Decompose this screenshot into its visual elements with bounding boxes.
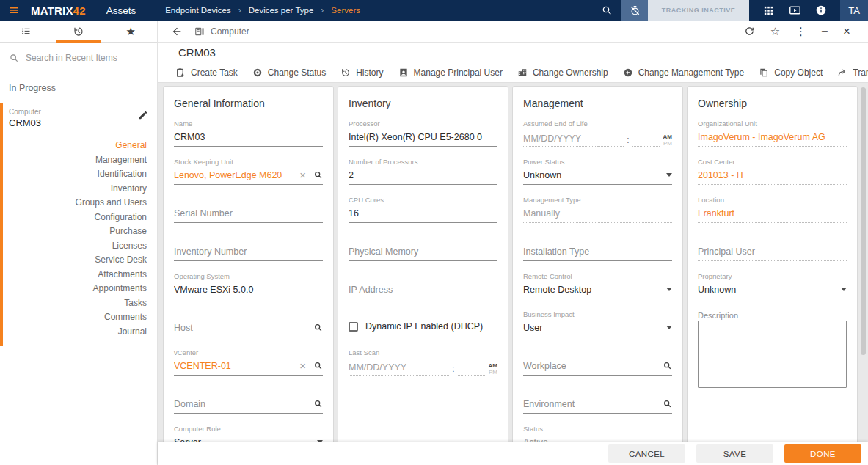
- field-vcenter[interactable]: vCenter VCENTER-01 ×: [164, 345, 333, 384]
- field-value-link[interactable]: VCENTER-01: [174, 361, 299, 371]
- chevron-down-icon[interactable]: [841, 288, 847, 291]
- cancel-button[interactable]: CANCEL: [608, 444, 685, 463]
- field-value[interactable]: Intel(R) Xeon(R) CPU E5-2680 0: [349, 132, 497, 142]
- search-icon[interactable]: [313, 170, 323, 180]
- edit-pencil-icon[interactable]: [138, 108, 148, 123]
- field-placeholder[interactable]: Inventory Number: [174, 246, 323, 257]
- chevron-down-icon[interactable]: [666, 173, 672, 177]
- field-power-status[interactable]: Power Status Unknown: [513, 155, 682, 193]
- field-value[interactable]: User: [523, 323, 662, 333]
- nav-groups-and-users[interactable]: Groups and Users: [76, 196, 147, 210]
- search-icon[interactable]: [663, 399, 672, 409]
- recent-item-crm03[interactable]: Computer CRM03: [3, 103, 157, 133]
- nav-comments[interactable]: Comments: [104, 310, 147, 325]
- field-description[interactable]: Description: [688, 307, 857, 345]
- save-button[interactable]: SAVE: [696, 444, 773, 463]
- field-inventory-number[interactable]: Inventory Number: [164, 231, 333, 269]
- field-ip-address[interactable]: IP Address: [338, 269, 508, 307]
- matrix42-logo[interactable]: MATRIX42: [31, 4, 86, 17]
- minimize-icon[interactable]: –: [814, 25, 836, 38]
- recent-items-search[interactable]: Search in Recent Items: [9, 53, 148, 70]
- copy-object-button[interactable]: Copy Object: [751, 67, 830, 78]
- field-placeholder[interactable]: Principal User: [698, 246, 847, 257]
- date-placeholder[interactable]: MM/DD/YYYY: [349, 362, 423, 376]
- field-name[interactable]: Name CRM03: [164, 117, 333, 155]
- nav-inventory[interactable]: Inventory: [111, 182, 147, 197]
- field-stock-keeping-unit[interactable]: Stock Keeping Unit Lenovo, PowerEdge M62…: [164, 155, 333, 193]
- change-ownership-button[interactable]: Change Ownership: [510, 67, 616, 78]
- search-icon[interactable]: [663, 361, 672, 370]
- kebab-menu-icon[interactable]: ⋮: [788, 25, 814, 38]
- field-value[interactable]: Unknown: [698, 285, 836, 295]
- field-value-link[interactable]: Frankfurt: [698, 208, 847, 219]
- am-pm-toggle[interactable]: AMPM: [660, 133, 672, 147]
- done-button[interactable]: DONE: [784, 444, 861, 463]
- clear-icon[interactable]: ×: [299, 169, 306, 180]
- search-icon[interactable]: [313, 361, 323, 370]
- field-business-impact[interactable]: Business Impact User: [513, 307, 682, 345]
- am-pm-toggle[interactable]: AMPM: [485, 362, 497, 376]
- field-placeholder[interactable]: Physical Memory: [349, 246, 497, 257]
- nav-appointments[interactable]: Appointments: [93, 282, 147, 296]
- time-segment[interactable]: [597, 138, 624, 147]
- tab-list[interactable]: [0, 21, 52, 42]
- change-status-button[interactable]: Change Status: [245, 67, 333, 78]
- field-value[interactable]: VMware ESXi 5.0.0: [174, 285, 323, 295]
- create-task-button[interactable]: Create Task: [168, 67, 245, 78]
- description-textarea[interactable]: [698, 321, 847, 388]
- nav-tasks[interactable]: Tasks: [124, 296, 147, 311]
- checkbox-unchecked[interactable]: [349, 322, 358, 332]
- search-icon[interactable]: [594, 0, 620, 21]
- nav-purchase[interactable]: Purchase: [109, 224, 147, 239]
- apps-grid-icon[interactable]: [755, 0, 781, 21]
- field-principal-user[interactable]: Principal User: [688, 231, 857, 269]
- field-remote-control[interactable]: Remote Control Remote Desktop: [513, 269, 682, 307]
- field-value[interactable]: 16: [349, 208, 497, 219]
- nav-licenses[interactable]: Licenses: [112, 239, 147, 254]
- field-last-scan[interactable]: Last Scan MM/DD/YYYY : AMPM: [338, 345, 508, 384]
- menu-icon[interactable]: [8, 4, 20, 16]
- field-operating-system[interactable]: Operating System VMware ESXi 5.0.0: [164, 269, 333, 307]
- field-placeholder[interactable]: Serial Number: [174, 208, 323, 219]
- breadcrumb-servers[interactable]: Servers: [331, 6, 360, 15]
- refresh-icon[interactable]: [737, 26, 762, 37]
- field-value[interactable]: Unknown: [523, 170, 662, 180]
- nav-attachments[interactable]: Attachments: [98, 268, 147, 282]
- tab-recent-history[interactable]: [52, 21, 104, 42]
- field-placeholder[interactable]: Domain: [174, 399, 313, 409]
- screencast-icon[interactable]: [781, 0, 808, 21]
- time-segment[interactable]: [632, 138, 660, 147]
- field-processor[interactable]: Processor Intel(R) Xeon(R) CPU E5-2680 0: [338, 117, 508, 155]
- field-physical-memory[interactable]: Physical Memory: [338, 231, 508, 269]
- change-management-type-button[interactable]: Change Management Type: [616, 67, 752, 78]
- field-value[interactable]: 2: [349, 170, 497, 180]
- field-installation-type[interactable]: Installation Type: [513, 231, 682, 269]
- field-placeholder[interactable]: Host: [174, 323, 313, 333]
- nav-identification[interactable]: Identification: [98, 167, 147, 182]
- field-domain[interactable]: Domain: [164, 384, 333, 422]
- field-value-link[interactable]: Lenovo, PowerEdge M620: [174, 170, 299, 180]
- favorite-star-icon[interactable]: ☆: [762, 25, 788, 38]
- user-avatar[interactable]: TA: [840, 0, 868, 21]
- field-placeholder[interactable]: Environment: [523, 399, 663, 409]
- field-value-link[interactable]: 201013 - IT: [698, 170, 847, 180]
- search-icon[interactable]: [313, 323, 323, 332]
- time-segment[interactable]: [458, 367, 485, 376]
- time-segment[interactable]: [423, 367, 450, 376]
- field-location[interactable]: Location Frankfurt: [688, 193, 857, 231]
- nav-general[interactable]: General: [115, 139, 147, 153]
- field-value[interactable]: Remote Desktop: [523, 285, 662, 295]
- date-placeholder[interactable]: MM/DD/YYYY: [523, 133, 597, 147]
- tab-favorites[interactable]: ★: [105, 21, 157, 42]
- field-workplace[interactable]: Workplace: [513, 345, 682, 384]
- field-organizational-unit[interactable]: Organizational Unit ImagoVerum - ImagoVe…: [688, 117, 857, 155]
- transfer-related-objects-button[interactable]: Transfer Related Objects: [830, 67, 868, 78]
- field-placeholder[interactable]: Workplace: [523, 361, 663, 371]
- history-button[interactable]: History: [333, 67, 390, 78]
- nav-journal[interactable]: Journal: [118, 325, 147, 340]
- info-icon[interactable]: [808, 0, 834, 21]
- field-value[interactable]: Server: [174, 437, 313, 443]
- chevron-down-icon[interactable]: [666, 326, 672, 329]
- breadcrumb-devices-per-type[interactable]: Devices per Type: [249, 6, 314, 15]
- field-placeholder[interactable]: Installation Type: [523, 246, 672, 257]
